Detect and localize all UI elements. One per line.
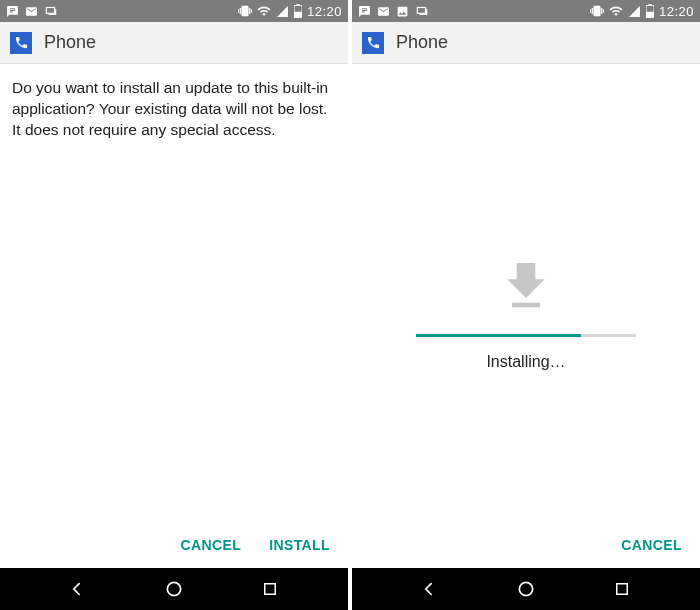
- nav-bar: [0, 568, 348, 610]
- svg-point-11: [519, 582, 532, 595]
- svg-rect-0: [46, 8, 54, 14]
- mail-icon: [25, 5, 38, 18]
- status-time: 12:20: [307, 4, 342, 19]
- svg-rect-8: [646, 12, 654, 18]
- signal-icon: [276, 5, 289, 18]
- nav-recent-button[interactable]: [250, 569, 290, 609]
- install-prompt-text: Do you want to install an update to this…: [12, 78, 336, 141]
- message-icon: [6, 5, 19, 18]
- status-right: 12:20: [238, 4, 342, 19]
- screen-installing: 12:20 Phone Installing… CANCEL: [352, 0, 700, 610]
- status-right: 12:20: [590, 4, 694, 19]
- app-header: Phone: [352, 22, 700, 64]
- installing-content: Installing…: [352, 64, 700, 522]
- svg-rect-2: [294, 12, 302, 18]
- phone-app-icon: [362, 32, 384, 54]
- status-bar: 12:20: [0, 0, 348, 22]
- button-row: CANCEL INSTALL: [0, 522, 348, 568]
- signal-icon: [628, 5, 641, 18]
- status-left: [6, 4, 58, 18]
- wifi-icon: [609, 4, 623, 18]
- screenshot-icon: [44, 4, 58, 18]
- progress-area: Installing…: [352, 256, 700, 371]
- cancel-button[interactable]: CANCEL: [180, 537, 241, 553]
- phone-app-icon: [10, 32, 32, 54]
- message-icon: [358, 5, 371, 18]
- svg-rect-9: [648, 4, 651, 6]
- mail-icon: [377, 5, 390, 18]
- cancel-button[interactable]: CANCEL: [621, 537, 682, 553]
- install-prompt-content: Do you want to install an update to this…: [0, 64, 348, 522]
- progress-label: Installing…: [486, 353, 565, 371]
- svg-point-4: [167, 582, 180, 595]
- vibrate-icon: [590, 4, 604, 18]
- install-button[interactable]: INSTALL: [269, 537, 330, 553]
- nav-home-button[interactable]: [506, 569, 546, 609]
- svg-rect-5: [265, 584, 276, 595]
- status-time: 12:20: [659, 4, 694, 19]
- status-bar: 12:20: [352, 0, 700, 22]
- wifi-icon: [257, 4, 271, 18]
- svg-rect-6: [417, 8, 425, 14]
- status-left: [358, 4, 429, 18]
- nav-home-button[interactable]: [154, 569, 194, 609]
- image-icon: [396, 5, 409, 18]
- download-icon: [498, 256, 554, 316]
- app-title: Phone: [44, 32, 96, 53]
- screen-install-prompt: 12:20 Phone Do you want to install an up…: [0, 0, 348, 610]
- button-row: CANCEL: [352, 522, 700, 568]
- battery-icon: [294, 4, 302, 18]
- nav-bar: [352, 568, 700, 610]
- nav-recent-button[interactable]: [602, 569, 642, 609]
- progress-bar: [416, 334, 636, 337]
- app-title: Phone: [396, 32, 448, 53]
- svg-rect-10: [512, 303, 540, 308]
- vibrate-icon: [238, 4, 252, 18]
- app-header: Phone: [0, 22, 348, 64]
- battery-icon: [646, 4, 654, 18]
- screenshot-icon: [415, 4, 429, 18]
- nav-back-button[interactable]: [410, 569, 450, 609]
- svg-rect-3: [296, 4, 299, 6]
- progress-fill: [416, 334, 581, 337]
- svg-rect-12: [617, 584, 628, 595]
- nav-back-button[interactable]: [58, 569, 98, 609]
